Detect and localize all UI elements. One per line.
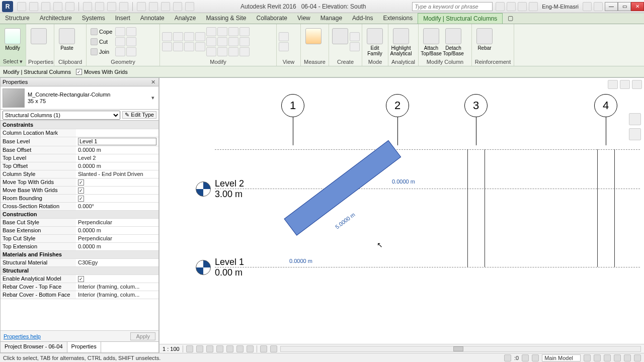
exchange-icon[interactable] bbox=[518, 2, 527, 11]
type-selector[interactable]: M_Concrete-Rectangular-Column35 x 75 ▾ bbox=[0, 86, 159, 110]
move-icon[interactable] bbox=[162, 42, 172, 51]
create-button[interactable] bbox=[331, 27, 349, 56]
delete-icon[interactable] bbox=[228, 47, 238, 56]
geom2-icon[interactable] bbox=[115, 37, 125, 46]
m8b-icon[interactable] bbox=[239, 47, 250, 56]
scale-icon[interactable] bbox=[239, 37, 250, 46]
geom4-icon[interactable] bbox=[126, 27, 136, 36]
m3-icon[interactable] bbox=[184, 32, 194, 41]
view2-icon[interactable] bbox=[279, 42, 289, 51]
editable-only-icon[interactable] bbox=[522, 354, 529, 361]
tab-architecture[interactable]: Architecture bbox=[35, 13, 77, 24]
detail-level-icon[interactable] bbox=[186, 345, 193, 352]
split-icon[interactable] bbox=[217, 37, 227, 46]
room-bounding-checkbox[interactable]: ✓ bbox=[78, 196, 84, 202]
design-options-icon[interactable] bbox=[532, 354, 539, 361]
sync-icon[interactable] bbox=[41, 2, 50, 11]
redo-icon[interactable] bbox=[65, 2, 74, 11]
app-icon[interactable]: R bbox=[2, 1, 13, 12]
switch-windows-icon[interactable] bbox=[185, 2, 194, 11]
drag-elements-icon[interactable] bbox=[624, 354, 631, 361]
cr1-icon[interactable] bbox=[350, 32, 360, 41]
tab-extensions[interactable]: Extensions bbox=[378, 13, 418, 24]
3d-icon[interactable] bbox=[137, 2, 146, 11]
enable-analytical-checkbox[interactable]: ✓ bbox=[78, 276, 84, 282]
search-icon[interactable] bbox=[496, 2, 505, 11]
view-props-icon[interactable] bbox=[270, 345, 277, 352]
close-views-icon[interactable] bbox=[173, 2, 182, 11]
m4-icon[interactable] bbox=[195, 32, 205, 41]
attach-button[interactable]: Attach Top/Base bbox=[421, 27, 442, 56]
section-icon[interactable] bbox=[149, 2, 158, 11]
measure-icon[interactable] bbox=[95, 2, 104, 11]
tab-modify-context[interactable]: Modify | Structural Columns bbox=[418, 13, 503, 24]
geom1-icon[interactable] bbox=[115, 27, 125, 36]
mirror-icon[interactable] bbox=[184, 42, 194, 51]
m2-icon[interactable] bbox=[173, 32, 183, 41]
apply-button[interactable]: Apply bbox=[130, 332, 155, 340]
properties-close-icon[interactable]: ✕ bbox=[149, 79, 156, 85]
properties-button[interactable] bbox=[28, 27, 49, 56]
shadows-icon[interactable] bbox=[216, 345, 223, 352]
crop-icon[interactable] bbox=[226, 345, 233, 352]
search-input[interactable] bbox=[412, 2, 493, 11]
paste-button[interactable]: Paste bbox=[56, 27, 77, 56]
level-2-mark[interactable]: Level 23.00 m bbox=[196, 178, 244, 200]
rebar-button[interactable]: Rebar bbox=[474, 27, 495, 56]
join-button[interactable]: Join bbox=[89, 47, 114, 56]
m8-icon[interactable] bbox=[239, 27, 250, 36]
close-button[interactable]: ✕ bbox=[631, 2, 644, 11]
properties-tab[interactable]: Properties bbox=[67, 342, 101, 352]
favourite-icon[interactable] bbox=[583, 2, 592, 11]
save-icon[interactable] bbox=[29, 2, 38, 11]
filter-icon[interactable] bbox=[634, 354, 641, 361]
tab-analyze[interactable]: Analyze bbox=[170, 13, 201, 24]
sun-path-icon[interactable] bbox=[206, 345, 213, 352]
grid-bubble-4[interactable]: 4 bbox=[594, 94, 617, 117]
dim-top[interactable]: 0.0000 m bbox=[392, 178, 415, 185]
canvas-close-icon[interactable] bbox=[632, 80, 642, 89]
m7-icon[interactable] bbox=[228, 27, 238, 36]
move-top-checkbox[interactable]: ✓ bbox=[78, 179, 84, 186]
chevron-down-icon[interactable]: ▾ bbox=[149, 95, 156, 101]
cut-button[interactable]: Cut bbox=[89, 37, 114, 46]
detach-button[interactable]: Detach Top/Base bbox=[443, 27, 464, 56]
project-browser-tab[interactable]: Project Browser - 06-04 bbox=[1, 342, 67, 352]
thin-lines-icon[interactable] bbox=[161, 2, 170, 11]
group-select[interactable]: Select ▾ bbox=[2, 58, 24, 66]
properties-help-link[interactable]: Properties help bbox=[4, 333, 41, 339]
print-icon[interactable] bbox=[83, 2, 92, 11]
canvas-min-icon[interactable] bbox=[608, 80, 618, 89]
workset-select[interactable]: Main Model bbox=[542, 354, 581, 361]
level-1-mark[interactable]: Level 10.00 m bbox=[196, 257, 244, 278]
geom6-icon[interactable] bbox=[126, 47, 136, 56]
m5b-icon[interactable] bbox=[206, 47, 216, 56]
category-select[interactable]: Structural Columns (1) bbox=[3, 111, 120, 120]
m6-icon[interactable] bbox=[217, 27, 227, 36]
navwheel-icon[interactable] bbox=[629, 113, 641, 125]
grid-bubble-2[interactable]: 2 bbox=[386, 94, 409, 117]
dim-mid[interactable]: 5.0000 m bbox=[334, 211, 356, 230]
cope-button[interactable]: Cope bbox=[89, 27, 114, 36]
tab-structure[interactable]: Structure bbox=[0, 13, 35, 24]
measure-button[interactable] bbox=[303, 27, 324, 56]
drawing-canvas[interactable]: 1 2 3 4 Level 23.00 m Level 10.00 m 0.00… bbox=[159, 77, 644, 344]
rotate-icon[interactable] bbox=[173, 42, 183, 51]
view1-icon[interactable] bbox=[279, 32, 289, 41]
m5-icon[interactable] bbox=[206, 27, 216, 36]
open-icon[interactable] bbox=[17, 2, 26, 11]
grid-bubble-1[interactable]: 1 bbox=[281, 94, 304, 117]
geom3-icon[interactable] bbox=[115, 47, 125, 56]
m1-icon[interactable] bbox=[162, 32, 172, 41]
undo-icon[interactable] bbox=[53, 2, 62, 11]
grid-bubble-3[interactable]: 3 bbox=[464, 94, 488, 117]
tab-annotate[interactable]: Annotate bbox=[135, 13, 170, 24]
canvas-max-icon[interactable] bbox=[620, 80, 630, 89]
reveal-icon[interactable] bbox=[260, 345, 267, 352]
horizontal-scrollbar[interactable] bbox=[280, 346, 641, 352]
select-face-icon[interactable] bbox=[614, 354, 621, 361]
tab-panel-config-icon[interactable]: ▢ bbox=[503, 13, 513, 24]
minimize-button[interactable]: — bbox=[605, 2, 618, 11]
subscription-icon[interactable] bbox=[507, 2, 516, 11]
dim-bot[interactable]: 0.0000 m bbox=[289, 258, 312, 264]
